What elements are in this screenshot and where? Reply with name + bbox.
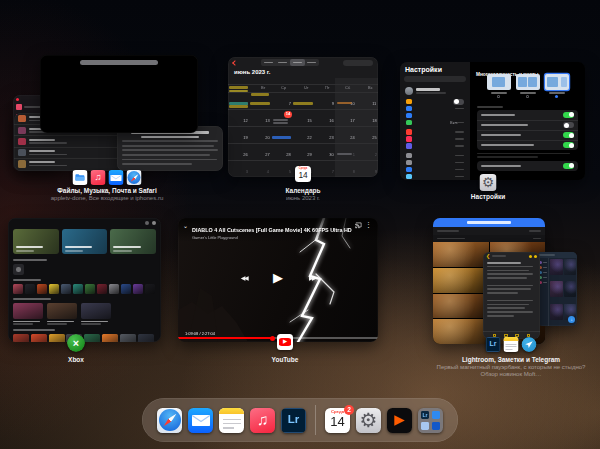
banner-title-bar — [65, 246, 92, 248]
game-tile[interactable] — [73, 284, 83, 294]
music-icon[interactable]: ♫ — [250, 408, 275, 433]
multitasking-option-card[interactable] — [516, 74, 540, 98]
game-tile[interactable] — [145, 284, 155, 294]
sidebar-item-notifications[interactable]: Уведомления — [403, 129, 467, 136]
game-tile[interactable] — [97, 284, 107, 294]
share-icon[interactable] — [529, 255, 532, 258]
photo-thumbnail[interactable] — [433, 319, 489, 344]
notes-app-window[interactable]: ❮ — [483, 252, 540, 339]
game-card[interactable] — [81, 303, 111, 325]
settings-app-window[interactable]: Настройки АвиарежимWi-FiBluetoothВкл.Сот… — [400, 62, 585, 180]
files-icon[interactable] — [73, 170, 88, 185]
calendar-search-field[interactable] — [343, 60, 373, 66]
calendar-day-icon[interactable]: Среда 14 — [295, 166, 311, 182]
mail-icon[interactable] — [188, 408, 213, 433]
photo-thumbnail[interactable] — [433, 242, 489, 267]
content-toggle[interactable] — [563, 142, 574, 148]
day-cell: 23 — [314, 127, 335, 143]
game-tile[interactable] — [121, 284, 131, 294]
game-tile[interactable] — [37, 284, 47, 294]
telegram-app-window[interactable]: ↓ — [537, 252, 577, 326]
settings-icon[interactable]: ⚙ — [356, 408, 381, 433]
sidebar-item-general[interactable]: Основные — [403, 152, 467, 159]
sidebar-item-homescreen[interactable]: Главный экран и Dock — [403, 173, 467, 180]
segment-Неделя[interactable] — [276, 59, 291, 66]
photo-thumbnail[interactable] — [433, 268, 489, 293]
back-chevron-icon[interactable]: ❮ — [486, 253, 490, 259]
settings-icon[interactable]: ⚙ — [480, 174, 497, 191]
sidebar-item-control-center[interactable]: Пункт управления — [403, 159, 467, 166]
game-tile[interactable] — [13, 284, 23, 294]
notes-icon[interactable] — [504, 337, 519, 352]
sidebar-item-label: Bluetooth — [415, 113, 448, 118]
settings-profile-row[interactable] — [403, 85, 467, 98]
xbox-app-window[interactable] — [8, 218, 161, 342]
day-number: 9 — [330, 94, 334, 112]
sidebar-item-value-bar — [455, 145, 464, 147]
xbox-app-icon-row: × — [67, 334, 85, 352]
sidebar-item-bluetooth[interactable]: BluetoothВкл. — [403, 112, 467, 119]
kebab-menu-icon[interactable]: ⋮ — [365, 221, 372, 229]
banner-card[interactable] — [13, 229, 59, 254]
kinopoisk-icon[interactable]: ▶ — [387, 408, 412, 433]
game-tile[interactable] — [85, 284, 95, 294]
next-track-icon[interactable]: ▶▶ — [309, 274, 315, 281]
note-text-bar — [487, 300, 533, 302]
calendar-view-segmented-control[interactable] — [261, 59, 319, 66]
youtube-app-window[interactable]: ⌄ DIABLO 4 All Cutscenes [Full Game Movi… — [178, 218, 378, 342]
sidebar-item-airplane[interactable]: Авиарежим — [403, 98, 467, 105]
telegram-scroll-down-button[interactable]: ↓ — [568, 316, 575, 323]
segment-Год[interactable] — [305, 59, 320, 66]
sidebar-item-sounds[interactable]: Звуки — [403, 136, 467, 143]
banner-card[interactable] — [110, 229, 156, 254]
sidebar-item-value-bar — [455, 169, 464, 171]
xbox-icon[interactable]: × — [67, 334, 85, 352]
safari-icon[interactable] — [127, 170, 142, 185]
segment-Месяц[interactable] — [290, 59, 305, 66]
sidebar-item-focus[interactable]: Фокусирование — [403, 143, 467, 150]
cast-icon[interactable] — [355, 222, 362, 229]
week-row: 12131415161718 — [228, 109, 378, 126]
app-library-icon[interactable]: Lr — [418, 408, 443, 433]
decor — [192, 416, 209, 422]
youtube-icon[interactable]: ▶ — [277, 334, 293, 350]
calendar-app-window[interactable]: июнь 2023 г. ПнВтСрЧтПтСбВс5678910111213… — [228, 57, 378, 177]
day-number: 26 — [240, 145, 248, 163]
game-tile[interactable] — [49, 284, 59, 294]
lightroom-icon[interactable]: Lr — [281, 408, 306, 433]
multitasking-option-card[interactable] — [487, 74, 511, 98]
calendar-back-icon[interactable] — [232, 60, 238, 66]
game-tile[interactable] — [133, 284, 143, 294]
content-toggle[interactable] — [563, 112, 574, 118]
telegram-icon[interactable] — [522, 337, 537, 352]
decor: 2 — [374, 153, 376, 158]
mail-icon[interactable] — [109, 170, 124, 185]
settings-search-field[interactable] — [404, 76, 466, 82]
play-icon[interactable]: ▶ — [273, 270, 283, 285]
sidebar-item-display[interactable]: Экран и яркость — [403, 166, 467, 173]
multitasking-option-card[interactable] — [545, 74, 569, 98]
decor: 26 — [243, 153, 247, 158]
game-tile[interactable] — [61, 284, 71, 294]
game-card[interactable] — [13, 303, 43, 325]
airplane-toggle[interactable] — [453, 99, 464, 105]
game-card[interactable] — [47, 303, 77, 325]
sidebar-item-wifi[interactable]: Wi-Fi — [403, 105, 467, 112]
previous-track-icon[interactable]: ◀◀ — [241, 274, 247, 281]
video-progress-handle[interactable] — [270, 336, 275, 341]
music-icon[interactable]: ♫ — [91, 170, 106, 185]
video-collapse-chevron-icon[interactable]: ⌄ — [183, 222, 188, 229]
content-toggle[interactable] — [563, 132, 574, 138]
notes-icon[interactable] — [219, 408, 244, 433]
game-tile[interactable] — [109, 284, 119, 294]
segment-День[interactable] — [261, 59, 276, 66]
game-tile[interactable] — [25, 284, 35, 294]
more-icon[interactable] — [534, 255, 537, 258]
lightroom-icon[interactable]: Lr — [486, 337, 501, 352]
media-playback-window[interactable] — [40, 55, 198, 133]
day-number: 16 — [326, 111, 334, 129]
banner-card[interactable] — [62, 229, 108, 254]
safari-icon[interactable] — [157, 408, 182, 433]
photo-thumbnail[interactable] — [433, 294, 489, 319]
content-toggle[interactable] — [563, 122, 574, 128]
